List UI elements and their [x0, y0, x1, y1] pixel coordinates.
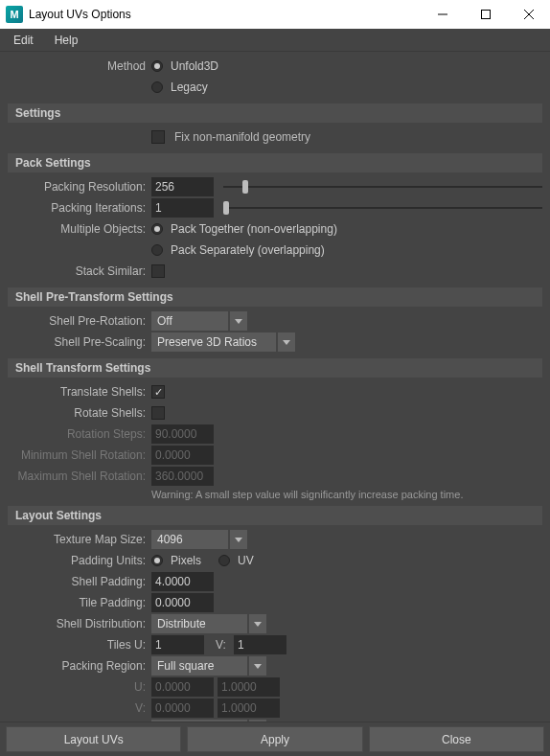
max-rotation-label: Maximum Shell Rotation:: [8, 470, 151, 483]
scale-mode-dropdown[interactable]: Uniform: [151, 719, 266, 722]
chevron-down-icon: [230, 530, 247, 549]
chevron-down-icon: [230, 311, 247, 331]
apply-button[interactable]: Apply: [187, 726, 362, 752]
footer: Layout UVs Apply Close: [0, 722, 550, 756]
content-area: Method Unfold3D Legacy Settings Fix non-…: [0, 52, 550, 722]
multiple-objects-label: Multiple Objects:: [8, 222, 151, 236]
packing-iterations-label: Packing Iterations:: [8, 201, 151, 215]
packing-resolution-label: Packing Resolution:: [8, 180, 151, 194]
tile-padding-field[interactable]: [151, 593, 214, 612]
stack-similar-checkbox[interactable]: [151, 264, 165, 278]
scale-mode-value: Uniform: [151, 720, 247, 722]
texture-map-size-value: 4096: [151, 530, 228, 549]
u-label: U:: [8, 680, 151, 694]
pack-together-label: Pack Together (non-overlapping): [171, 222, 337, 236]
pad-units-pixels-radio[interactable]: [151, 555, 163, 566]
chevron-down-icon: [278, 332, 295, 352]
svg-rect-1: [481, 11, 490, 19]
texture-map-size-dropdown[interactable]: 4096: [151, 529, 247, 550]
u-max-field: [218, 677, 280, 697]
close-footer-button[interactable]: Close: [369, 726, 544, 752]
padding-units-label: Padding Units:: [8, 554, 151, 567]
tiles-u-field[interactable]: [151, 635, 204, 654]
tiles-v-field[interactable]: [234, 635, 286, 654]
rotation-steps-field: [151, 424, 214, 444]
translate-shells-checkbox[interactable]: [151, 385, 165, 399]
packing-region-dropdown[interactable]: Full square: [151, 655, 266, 676]
pack-separately-radio[interactable]: [151, 244, 163, 256]
fix-nonmanifold-label: Fix non-manifold geometry: [174, 130, 310, 144]
v-min-field: [151, 699, 214, 718]
pack-separately-label: Pack Separately (overlapping): [171, 243, 325, 257]
u-min-field: [151, 677, 214, 697]
min-rotation-field: [151, 446, 214, 465]
titlebar: M Layout UVs Options: [0, 0, 550, 29]
translate-shells-label: Translate Shells:: [8, 385, 151, 399]
stack-similar-label: Stack Similar:: [8, 264, 151, 278]
pack-together-radio[interactable]: [151, 223, 163, 235]
method-radio-unfold3d[interactable]: [151, 60, 163, 72]
rotation-steps-label: Rotation Steps:: [8, 427, 151, 441]
packing-resolution-field[interactable]: [151, 177, 214, 196]
tiles-u-label: Tiles U:: [8, 638, 151, 652]
chevron-down-icon: [249, 614, 266, 633]
packing-resolution-slider[interactable]: [223, 177, 542, 196]
layout-uvs-button[interactable]: Layout UVs: [6, 726, 181, 752]
packing-region-label: Packing Region:: [8, 659, 151, 673]
section-shell-transform: Shell Transform Settings: [8, 358, 542, 378]
rotation-warning: Warning: A small step value will signifi…: [8, 489, 542, 500]
menu-help[interactable]: Help: [45, 32, 88, 49]
shell-pre-rotation-value: Off: [151, 311, 228, 331]
minimize-button[interactable]: [421, 0, 464, 29]
section-layout-settings: Layout Settings: [8, 506, 542, 525]
packing-iterations-slider[interactable]: [223, 198, 542, 218]
tiles-v-label: V:: [216, 638, 226, 652]
maximize-button[interactable]: [464, 0, 507, 29]
shell-distribution-dropdown[interactable]: Distribute: [151, 613, 266, 634]
fix-nonmanifold-checkbox[interactable]: [151, 130, 165, 144]
pad-units-uv-label: UV: [238, 554, 254, 567]
shell-padding-field[interactable]: [151, 572, 214, 591]
max-rotation-field: [151, 467, 214, 486]
shell-pre-scaling-dropdown[interactable]: Preserve 3D Ratios: [151, 332, 295, 353]
menubar: Edit Help: [0, 29, 550, 52]
shell-distribution-value: Distribute: [151, 614, 247, 633]
window-title: Layout UVs Options: [29, 8, 131, 21]
close-button[interactable]: [507, 0, 550, 29]
app-icon: M: [6, 6, 23, 23]
min-rotation-label: Minimum Shell Rotation:: [8, 448, 151, 462]
tile-padding-label: Tile Padding:: [8, 596, 151, 609]
section-settings: Settings: [8, 103, 542, 123]
rotate-shells-label: Rotate Shells:: [8, 406, 151, 420]
method-radio-legacy-label: Legacy: [171, 80, 208, 94]
menu-edit[interactable]: Edit: [4, 32, 43, 49]
shell-pre-rotation-label: Shell Pre-Rotation:: [8, 314, 151, 328]
section-shell-pre-transform: Shell Pre-Transform Settings: [8, 287, 542, 307]
rotate-shells-checkbox[interactable]: [151, 406, 165, 420]
pad-units-uv-radio[interactable]: [218, 555, 230, 566]
v-max-field: [218, 699, 280, 718]
method-radio-unfold3d-label: Unfold3D: [171, 59, 218, 73]
shell-pre-scaling-value: Preserve 3D Ratios: [151, 332, 276, 352]
method-label: Method: [8, 59, 151, 73]
texture-map-size-label: Texture Map Size:: [8, 533, 151, 546]
shell-distribution-label: Shell Distribution:: [8, 617, 151, 630]
pad-units-pixels-label: Pixels: [171, 554, 201, 567]
shell-pre-rotation-dropdown[interactable]: Off: [151, 310, 247, 332]
chevron-down-icon: [249, 720, 266, 722]
shell-pre-scaling-label: Shell Pre-Scaling:: [8, 335, 151, 349]
section-pack-settings: Pack Settings: [8, 153, 542, 172]
v-label: V:: [8, 701, 151, 715]
packing-region-value: Full square: [151, 656, 247, 676]
shell-padding-label: Shell Padding:: [8, 575, 151, 588]
packing-iterations-field[interactable]: [151, 198, 214, 218]
chevron-down-icon: [249, 656, 266, 676]
method-radio-legacy[interactable]: [151, 81, 163, 93]
